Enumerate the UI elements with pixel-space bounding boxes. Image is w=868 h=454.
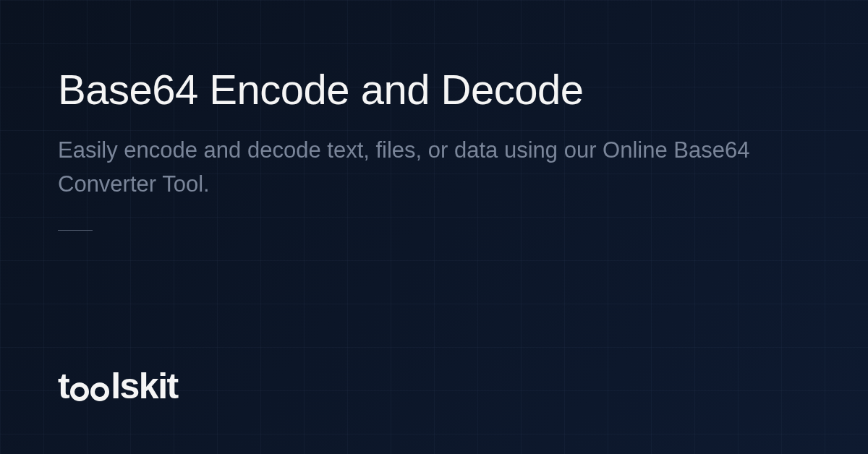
main-content: Base64 Encode and Decode Easily encode a… <box>0 0 868 454</box>
logo-prefix: t <box>58 365 69 407</box>
toolskit-logo: t lskit <box>58 365 178 407</box>
page-subtitle: Easily encode and decode text, files, or… <box>58 134 767 201</box>
logo-container: t lskit <box>58 365 178 407</box>
logo-suffix: lskit <box>111 365 178 407</box>
logo-circle-icon <box>70 382 89 401</box>
logo-oo-icon <box>70 380 109 398</box>
divider-line <box>58 230 93 231</box>
page-title: Base64 Encode and Decode <box>58 65 810 113</box>
logo-circle-icon <box>90 382 109 401</box>
